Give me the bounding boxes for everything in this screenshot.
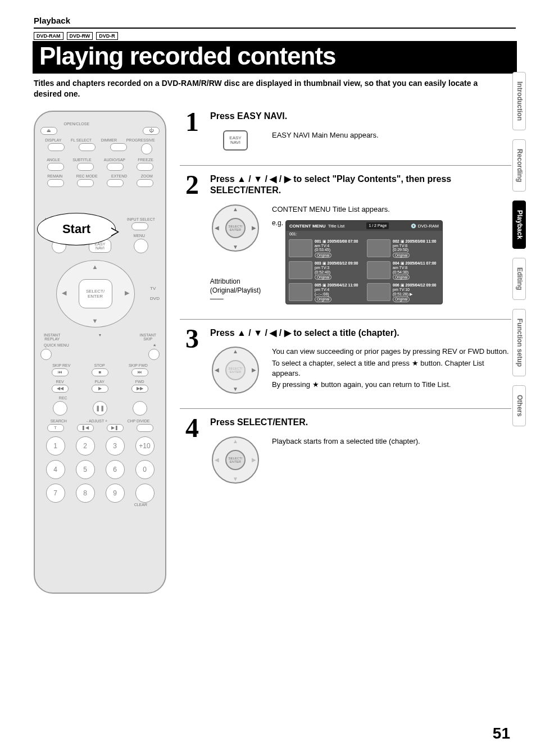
title-list-example: CONTENT MENU Title List 1 / 2 Page 💿 DVD…: [285, 220, 443, 304]
step-number: 3: [180, 327, 205, 394]
btn: [77, 179, 94, 187]
btn: ▶❚: [107, 424, 124, 432]
step-number: 4: [180, 417, 205, 484]
play-icon: ▶: [92, 385, 108, 393]
lbl: FWD: [135, 380, 144, 384]
btn: [137, 179, 153, 187]
step-desc: You can view succeeding or prior pages b…: [272, 347, 511, 390]
btn: [133, 401, 147, 416]
pause-icon: ❚❚: [93, 401, 107, 416]
lbl: - ADJUST +: [87, 419, 107, 423]
lbl: REC: [59, 396, 67, 400]
btn: [107, 179, 124, 187]
btn: [131, 222, 148, 230]
attribution-label: Attribution (Original/Playlist) ——: [210, 277, 261, 304]
lbl: AUDIO/SAP: [104, 158, 125, 162]
lbl: FREEZE: [138, 158, 153, 162]
btn: [47, 163, 64, 171]
intro-text: Titles and chapters recorded on a DVD-RA…: [34, 78, 516, 99]
lbl: REV: [56, 380, 63, 384]
btn: [107, 163, 124, 171]
step-number: 2: [180, 174, 205, 304]
btn: [137, 163, 153, 171]
step-title: Press ▲ / ▼ / ◀ / ▶ to select a title (c…: [210, 327, 511, 339]
btn: [110, 143, 127, 151]
step-4: 4 Press SELECT/ENTER. SELECT/ ENTER ▲ ▼ …: [180, 408, 511, 498]
power-icon: ⏻: [143, 127, 160, 135]
start-callout: Start: [37, 213, 116, 245]
dpad-illustration: SELECT/ ENTER ▲ ▼ ◀ ▶: [212, 436, 259, 484]
lbl: SUBTITLE: [72, 158, 91, 162]
title-list-item: 004 ▣ 2005/04/11 07:00am TV:8(0:54:30)Or…: [364, 259, 442, 281]
clear-key: [135, 484, 155, 503]
btn: T: [47, 424, 64, 432]
lbl: INPUT SELECT: [127, 217, 155, 221]
remote-illustration: Start OPEN/CLOSE ⏏⏻ DISPLAYFL SELECTDIMM…: [34, 111, 166, 594]
btn: [47, 179, 64, 187]
btn: [77, 163, 94, 171]
num-key: 8: [76, 484, 95, 503]
lbl: STOP: [94, 363, 105, 367]
easy-navi-illustration: EASY NAVI: [223, 130, 248, 151]
side-tab-recording[interactable]: Recording: [512, 139, 526, 192]
num-key: 1: [46, 436, 65, 456]
lbl: INSTANT REPLAY: [44, 333, 60, 341]
lbl: DISPLAY: [45, 138, 61, 142]
lbl: REC MODE: [76, 174, 98, 178]
lbl: INSTANT SKIP: [140, 333, 156, 341]
btn: [134, 239, 148, 253]
side-tab-introduction[interactable]: Introduction: [512, 72, 526, 130]
lbl: SEARCH: [51, 419, 67, 423]
lbl: REMAIN: [47, 174, 62, 178]
num-key: 2: [76, 436, 95, 456]
rule-top: [34, 28, 516, 29]
title-list-item: 001 ▣ 2005/03/08 07:00am TV:4(0:53:45)Or…: [286, 238, 364, 259]
step-3: 3 Press ▲ / ▼ / ◀ / ▶ to select a title …: [180, 319, 511, 409]
step-desc: EASY NAVI Main Menu appears.: [272, 130, 379, 140]
lbl: OPEN/CLOSE: [64, 122, 90, 126]
num-key: 6: [106, 460, 125, 479]
fwd-icon: ▶▶: [131, 385, 148, 393]
lbl: PLAY: [95, 380, 105, 384]
num-key: 4: [46, 460, 65, 479]
title-bar: Playing recorded contents: [33, 41, 517, 74]
lbl: EXTEND: [111, 174, 127, 178]
disc-tag: DVD-R: [96, 32, 118, 40]
lbl: QUICK MENU: [44, 343, 69, 348]
side-tab-others[interactable]: Others: [512, 385, 526, 426]
step-desc: Playback starts from a selected title (c…: [272, 436, 420, 447]
step-1: 1 Press EASY NAVI. EASY NAVI EASY NAVI M…: [180, 111, 511, 165]
title-list-item: 006 ▣ 2005/04/12 09:00pm TV:10(0:51:28) …: [364, 281, 442, 303]
btn: [79, 143, 96, 151]
lbl: TV: [150, 284, 160, 294]
num-key: +10: [135, 436, 155, 456]
lbl: MENU: [134, 234, 146, 238]
title-list-item: 003 ▣ 2005/03/12 09:00pm TV:3(0:52:40)Or…: [286, 259, 364, 281]
step-title: Press SELECT/ENTER.: [210, 417, 511, 429]
clear-label: CLEAR: [40, 503, 160, 507]
side-tab-editing[interactable]: Editing: [512, 258, 526, 300]
lbl: DIMMER: [101, 138, 117, 142]
page-title: Playing recorded contents: [39, 42, 510, 70]
side-tabs: Introduction Recording Playback Editing …: [512, 72, 526, 426]
btn: [137, 424, 153, 432]
btn: [40, 349, 52, 360]
dpad: SELECT/ ENTER ▲ ▼ ◀ ▶: [56, 260, 135, 327]
eg-label: e.g.: [272, 218, 283, 228]
lbl: PROGRESSIVE: [126, 138, 155, 142]
title-list-item: 002 ▣ 2005/03/08 11:00pm TV:8(0:29:50)Or…: [364, 238, 442, 259]
side-tab-playback[interactable]: Playback: [512, 201, 526, 249]
lbl: SKIP FWD: [129, 363, 148, 367]
dpad-illustration: SELECT/ ENTER ▲ ▼ ◀ ▶: [212, 347, 259, 394]
btn: [141, 143, 152, 154]
disc-tag: DVD-RAM: [34, 32, 63, 40]
skip-fwd-icon: ⏭: [131, 368, 148, 376]
eject-icon: ⏏: [40, 127, 57, 135]
title-list-item: 005 ▣ 2005/04/12 11:00pm TV:4(--:--:08)O…: [286, 281, 364, 303]
rev-icon: ◀◀: [52, 385, 69, 393]
skip-rev-icon: ⏮: [52, 368, 69, 376]
step-title: Press ▲ / ▼ / ◀ / ▶ to select "Play Cont…: [210, 174, 511, 197]
btn: [48, 143, 65, 151]
side-tab-function-setup[interactable]: Function setup: [512, 309, 526, 376]
num-key: 3: [106, 436, 125, 456]
